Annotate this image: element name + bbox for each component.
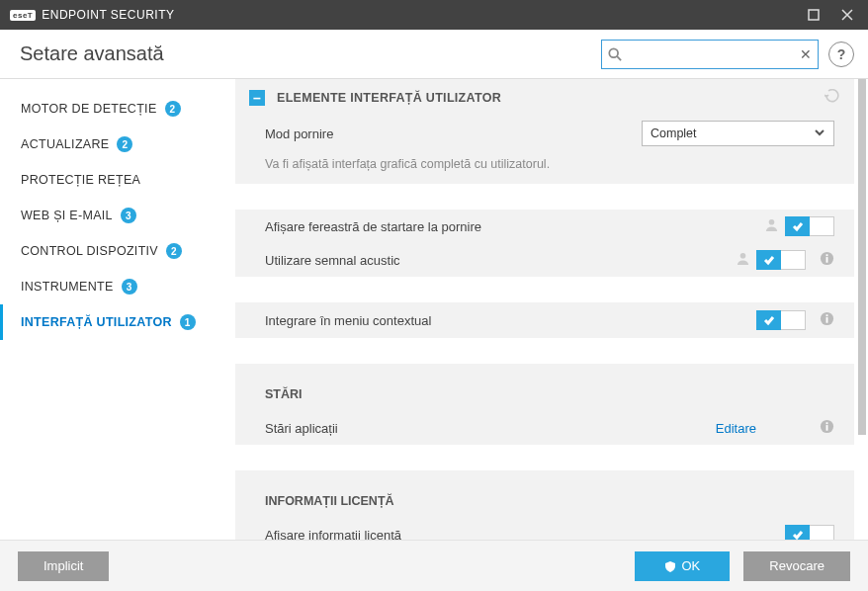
svg-rect-12	[826, 422, 828, 424]
sidebar-badge: 2	[166, 243, 182, 259]
sound-toggle[interactable]	[756, 250, 806, 270]
context-toggle[interactable]	[756, 310, 806, 330]
row-license-show: Afișare informații licență	[235, 518, 854, 540]
default-button[interactable]: Implicit	[18, 551, 109, 581]
sound-label: Utilizare semnal acustic	[265, 253, 400, 268]
sidebar-item-label: PROTECȚIE REȚEA	[21, 173, 140, 187]
sidebar-item-tools[interactable]: INSTRUMENTE 3	[0, 269, 235, 304]
sidebar-item-detection[interactable]: MOTOR DE DETECȚIE 2	[0, 91, 235, 127]
sidebar-item-user-interface[interactable]: INTERFAȚĂ UTILIZATOR 1	[0, 304, 235, 340]
search-input[interactable]: ✕	[601, 40, 819, 69]
sidebar-item-label: INSTRUMENTE	[21, 280, 114, 294]
row-context-menu: Integrare în meniu contextual	[235, 302, 854, 338]
brand: eseT ENDPOINT SECURITY	[10, 8, 175, 22]
dropdown-value: Complet	[651, 127, 697, 140]
start-mode-label: Mod pornire	[265, 127, 333, 141]
product-name: ENDPOINT SECURITY	[42, 8, 174, 22]
section-header-license: INFORMAȚII LICENȚĂ	[235, 484, 854, 518]
footer: Implicit OK Revocare	[0, 540, 868, 591]
search-icon	[608, 47, 622, 61]
sidebar-item-web-email[interactable]: WEB ȘI E-MAIL 3	[0, 198, 235, 233]
user-icon	[736, 251, 750, 269]
license-show-label: Afișare informații licență	[265, 528, 401, 541]
check-icon	[756, 310, 781, 330]
svg-rect-0	[809, 10, 819, 20]
start-mode-dropdown[interactable]: Complet	[642, 121, 834, 146]
header: Setare avansată ✕ ?	[0, 30, 868, 79]
sidebar-item-update[interactable]: ACTUALIZARE 2	[0, 127, 235, 162]
sidebar-badge: 3	[122, 279, 137, 295]
row-start-mode: Mod pornire Complet	[235, 117, 854, 150]
sidebar-item-label: WEB ȘI E-MAIL	[21, 209, 113, 222]
svg-point-2	[769, 219, 775, 225]
license-show-toggle[interactable]	[785, 525, 834, 540]
sidebar-item-label: CONTROL DISPOZITIV	[21, 244, 158, 258]
collapse-icon[interactable]: –	[249, 90, 265, 106]
sidebar-badge: 2	[117, 136, 132, 152]
scrollbar[interactable]	[858, 79, 866, 435]
statuses-edit-link[interactable]: Editare	[716, 421, 756, 436]
svg-rect-11	[826, 425, 828, 431]
section-header-ui-elements: – ELEMENTE INTERFAȚĂ UTILIZATOR	[235, 79, 854, 117]
info-icon[interactable]	[820, 251, 834, 269]
cancel-button[interactable]: Revocare	[743, 551, 850, 581]
sidebar-item-network[interactable]: PROTECȚIE REȚEA	[0, 162, 235, 198]
sidebar-badge: 2	[165, 101, 181, 117]
ok-button[interactable]: OK	[635, 551, 730, 581]
titlebar: eseT ENDPOINT SECURITY	[0, 0, 868, 30]
splash-toggle[interactable]	[785, 216, 834, 236]
sidebar-badge: 1	[180, 314, 196, 330]
maximize-icon[interactable]	[807, 8, 821, 22]
section-header-statuses: STĂRI	[235, 378, 854, 411]
section-title: ELEMENTE INTERFAȚĂ UTILIZATOR	[277, 91, 501, 105]
sidebar: MOTOR DE DETECȚIE 2 ACTUALIZARE 2 PROTEC…	[0, 79, 235, 540]
svg-rect-6	[826, 254, 828, 256]
start-mode-hint: Va fi afișată interfața grafică completă…	[265, 151, 550, 183]
row-sound: Utilizare semnal acustic	[235, 243, 854, 277]
window-controls	[807, 8, 860, 22]
row-start-mode-hint: Va fi afișată interfața grafică completă…	[235, 150, 854, 184]
chevron-down-icon	[814, 127, 825, 141]
shield-icon	[664, 560, 676, 572]
context-label: Integrare în meniu contextual	[265, 313, 431, 328]
statuses-label: Stări aplicații	[265, 421, 338, 436]
brand-logo: eseT	[10, 10, 36, 21]
sidebar-badge: 3	[121, 208, 136, 223]
ok-label: OK	[681, 558, 700, 573]
user-icon	[764, 217, 779, 235]
content-pane: – ELEMENTE INTERFAȚĂ UTILIZATOR Mod porn…	[235, 79, 868, 540]
row-splash: Afișare fereastră de startare la pornire	[235, 210, 854, 243]
svg-point-1	[609, 48, 618, 57]
svg-rect-5	[826, 257, 828, 263]
sidebar-item-label: ACTUALIZARE	[21, 137, 109, 151]
check-icon	[785, 525, 810, 540]
page-title: Setare avansată	[20, 42, 164, 65]
check-icon	[756, 250, 781, 270]
close-icon[interactable]	[840, 8, 854, 22]
search-field[interactable]	[622, 47, 800, 61]
splash-label: Afișare fereastră de startare la pornire	[265, 219, 481, 234]
sidebar-item-label: MOTOR DE DETECȚIE	[21, 102, 157, 116]
undo-icon[interactable]	[825, 89, 840, 108]
svg-point-3	[740, 253, 746, 259]
body: MOTOR DE DETECȚIE 2 ACTUALIZARE 2 PROTEC…	[0, 79, 868, 540]
svg-rect-8	[826, 317, 828, 323]
help-button[interactable]: ?	[828, 42, 854, 67]
clear-search-icon[interactable]: ✕	[800, 46, 812, 62]
info-icon[interactable]	[820, 419, 834, 437]
check-icon	[785, 216, 810, 236]
info-icon[interactable]	[820, 311, 834, 329]
svg-rect-9	[826, 314, 828, 316]
row-app-statuses: Stări aplicații Editare	[235, 411, 854, 445]
sidebar-item-label: INTERFAȚĂ UTILIZATOR	[21, 315, 172, 329]
sidebar-item-device-control[interactable]: CONTROL DISPOZITIV 2	[0, 233, 235, 269]
